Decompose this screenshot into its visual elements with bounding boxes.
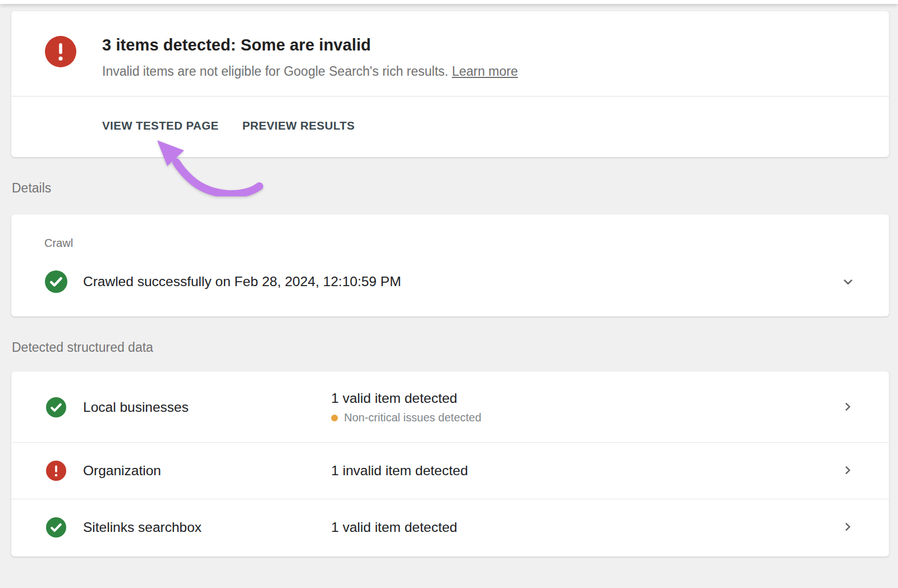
summary-title: 3 items detected: Some are invalid [102,36,518,54]
structured-data-row-sitelinks-searchbox[interactable]: Sitelinks searchbox 1 valid item detecte… [11,499,889,555]
row-status-column: 1 valid item detected [331,520,840,535]
row-status: 1 invalid item detected [331,463,840,479]
summary-subtitle: Invalid items are not eligible for Googl… [102,64,518,79]
structured-data-section-label: Detected structured data [12,340,898,355]
row-status-column: 1 valid item detected Non-critical issue… [331,391,840,424]
summary-text: 3 items detected: Some are invalid Inval… [102,35,518,79]
summary-actions: VIEW TESTED PAGE PREVIEW RESULTS [11,96,889,157]
amber-dot-icon [331,415,338,421]
structured-data-row-organization[interactable]: Organization 1 invalid item detected [11,442,889,499]
view-tested-page-button[interactable]: VIEW TESTED PAGE [102,119,219,132]
structured-data-list: Local businesses 1 valid item detected N… [11,371,889,557]
row-status: 1 valid item detected [331,391,840,406]
row-name: Sitelinks searchbox [83,520,331,535]
chevron-right-icon[interactable] [840,399,856,416]
row-status-column: 1 invalid item detected [331,463,840,479]
result-summary-card: 3 items detected: Some are invalid Inval… [11,11,889,157]
top-bar-shadow [0,0,898,4]
row-name: Organization [83,463,331,479]
row-substatus: Non-critical issues detected [331,411,840,424]
error-icon [45,36,76,67]
preview-results-button[interactable]: PREVIEW RESULTS [242,119,355,132]
chevron-right-icon[interactable] [840,519,856,536]
crawl-card: Crawl Crawled successfully on Feb 28, 20… [11,214,889,316]
chevron-down-icon[interactable] [840,273,856,290]
learn-more-link[interactable]: Learn more [452,64,518,79]
row-name: Local businesses [83,399,331,415]
row-status: 1 valid item detected [331,520,840,535]
summary-head: 3 items detected: Some are invalid Inval… [11,11,889,96]
success-icon [45,270,67,293]
error-icon [46,461,66,481]
crawl-status-text: Crawled successfully on Feb 28, 2024, 12… [83,274,840,290]
chevron-right-icon[interactable] [840,462,856,479]
crawl-label: Crawl [44,237,889,250]
row-substatus-text: Non-critical issues detected [344,411,482,424]
success-icon [46,397,66,417]
crawl-status-row[interactable]: Crawled successfully on Feb 28, 2024, 12… [11,270,889,293]
success-icon [46,517,66,538]
summary-subtitle-text: Invalid items are not eligible for Googl… [102,64,448,79]
structured-data-row-local-businesses[interactable]: Local businesses 1 valid item detected N… [11,373,889,442]
details-section-label: Details [12,181,898,196]
